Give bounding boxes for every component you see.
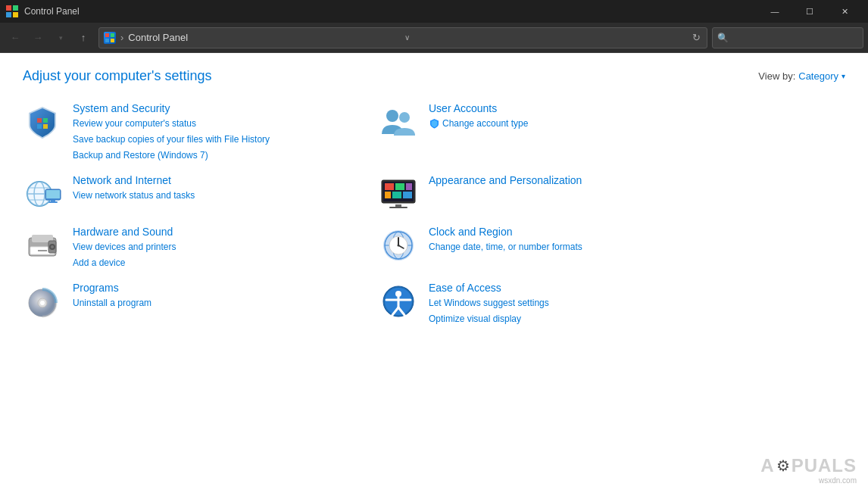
address-separator: › xyxy=(120,32,123,43)
up-button[interactable]: ↑ xyxy=(73,27,94,48)
window-controls: — ☐ ✕ xyxy=(757,0,862,23)
network-info: Network and Internet View network status… xyxy=(73,174,195,202)
navigation-bar: ← → ▾ ↑ › Control Panel ∨ ↻ 🔍 xyxy=(0,23,868,53)
svg-rect-3 xyxy=(13,12,18,17)
refresh-button[interactable]: ↻ xyxy=(691,30,702,45)
address-dropdown[interactable]: ∨ xyxy=(404,33,410,42)
main-content: Adjust your computer's settings View by:… xyxy=(0,53,868,496)
title-bar: Control Panel — ☐ ✕ xyxy=(0,0,868,23)
programs-link-1[interactable]: Uninstall a program xyxy=(73,296,151,310)
svg-rect-9 xyxy=(43,118,48,123)
system-security-link-3[interactable]: Backup and Restore (Windows 7) xyxy=(73,148,270,162)
svg-rect-28 xyxy=(406,183,412,190)
category-user-accounts: User Accounts Change account type xyxy=(379,102,704,162)
svg-point-52 xyxy=(40,301,45,305)
hardware-link-1[interactable]: View devices and printers xyxy=(73,240,176,254)
address-text: Control Panel xyxy=(128,32,400,43)
ease-of-access-title[interactable]: Ease of Access xyxy=(429,282,549,294)
watermark: A ⚙ PUALS wsxdn.com xyxy=(760,455,857,485)
category-hardware: Hardware and Sound View devices and prin… xyxy=(23,226,348,270)
clock-icon xyxy=(379,226,418,265)
network-title[interactable]: Network and Internet xyxy=(73,174,195,186)
clock-link-1[interactable]: Change date, time, or number formats xyxy=(429,240,582,254)
svg-rect-27 xyxy=(395,183,404,190)
watermark-gear: ⚙ xyxy=(776,457,790,475)
svg-rect-11 xyxy=(43,124,48,129)
programs-title[interactable]: Programs xyxy=(73,282,151,294)
hardware-title[interactable]: Hardware and Sound xyxy=(73,226,176,238)
system-security-link-2[interactable]: Save backup copies of your files with Fi… xyxy=(73,133,270,146)
back-button[interactable]: ← xyxy=(5,27,26,48)
svg-point-12 xyxy=(386,110,398,122)
system-security-icon xyxy=(23,102,62,142)
view-by-label: View by: xyxy=(758,70,795,82)
hardware-icon xyxy=(23,226,62,265)
close-button[interactable]: ✕ xyxy=(827,0,862,23)
appearance-info: Appearance and Personalization xyxy=(429,174,582,186)
programs-icon xyxy=(23,282,62,321)
svg-rect-21 xyxy=(46,190,60,198)
svg-rect-33 xyxy=(389,207,407,208)
svg-point-13 xyxy=(399,112,410,123)
recent-button[interactable]: ▾ xyxy=(50,27,71,48)
svg-rect-31 xyxy=(403,192,412,198)
user-accounts-title[interactable]: User Accounts xyxy=(429,102,528,114)
ease-of-access-info: Ease of Access Let Windows suggest setti… xyxy=(429,282,549,326)
svg-rect-1 xyxy=(13,5,18,11)
category-programs: Programs Uninstall a program xyxy=(23,282,348,326)
user-accounts-info: User Accounts Change account type xyxy=(429,102,528,130)
search-icon: 🔍 xyxy=(717,33,729,43)
category-ease-of-access: Ease of Access Let Windows suggest setti… xyxy=(379,282,704,326)
view-by-arrow[interactable]: ▾ xyxy=(841,72,845,80)
svg-rect-32 xyxy=(395,204,401,207)
categories-grid: System and Security Review your computer… xyxy=(23,102,704,326)
category-appearance: Appearance and Personalization xyxy=(379,174,704,214)
svg-rect-5 xyxy=(111,33,114,37)
svg-rect-7 xyxy=(111,39,114,42)
programs-info: Programs Uninstall a program xyxy=(73,282,151,310)
address-icon xyxy=(104,32,116,44)
ease-of-access-link-2[interactable]: Optimize visual display xyxy=(429,312,549,326)
page-title: Adjust your computer's settings xyxy=(23,68,212,84)
svg-rect-37 xyxy=(38,250,47,251)
watermark-text: A xyxy=(760,455,774,476)
svg-point-40 xyxy=(51,245,54,248)
svg-rect-6 xyxy=(105,39,109,42)
clock-title[interactable]: Clock and Region xyxy=(429,226,582,238)
user-accounts-icon xyxy=(379,102,418,142)
hardware-info: Hardware and Sound View devices and prin… xyxy=(73,226,176,270)
system-security-link-1[interactable]: Review your computer's status xyxy=(73,117,270,130)
hardware-link-2[interactable]: Add a device xyxy=(73,256,176,270)
ease-of-access-icon xyxy=(379,282,418,321)
category-clock: Clock and Region Change date, time, or n… xyxy=(379,226,704,270)
svg-rect-4 xyxy=(105,33,109,37)
forward-button[interactable]: → xyxy=(27,27,48,48)
view-by-value[interactable]: Category xyxy=(798,70,838,82)
svg-rect-10 xyxy=(37,124,42,129)
appearance-title[interactable]: Appearance and Personalization xyxy=(429,174,582,186)
address-bar[interactable]: › Control Panel ∨ ↻ xyxy=(98,27,707,48)
app-icon xyxy=(6,5,18,17)
svg-rect-0 xyxy=(6,5,11,11)
system-security-title[interactable]: System and Security xyxy=(73,102,270,114)
svg-rect-29 xyxy=(385,192,391,198)
svg-rect-8 xyxy=(37,118,42,123)
ease-of-access-link-1[interactable]: Let Windows suggest settings xyxy=(429,296,549,310)
network-link-1[interactable]: View network status and tasks xyxy=(73,189,195,202)
watermark-sub: wsxdn.com xyxy=(760,476,857,485)
minimize-button[interactable]: — xyxy=(757,0,792,23)
svg-rect-22 xyxy=(51,200,55,201)
svg-rect-26 xyxy=(385,183,394,190)
window-title: Control Panel xyxy=(24,6,751,17)
system-security-info: System and Security Review your computer… xyxy=(73,102,270,162)
clock-info: Clock and Region Change date, time, or n… xyxy=(429,226,582,254)
search-bar[interactable]: 🔍 xyxy=(712,27,863,48)
category-system-security: System and Security Review your computer… xyxy=(23,102,348,162)
shield-icon xyxy=(429,118,439,129)
header-row: Adjust your computer's settings View by:… xyxy=(23,68,845,84)
svg-rect-2 xyxy=(6,12,11,17)
user-accounts-link-1[interactable]: Change account type xyxy=(429,117,528,130)
watermark-text2: PUALS xyxy=(792,455,857,476)
maximize-button[interactable]: ☐ xyxy=(792,0,827,23)
svg-rect-23 xyxy=(48,201,58,203)
